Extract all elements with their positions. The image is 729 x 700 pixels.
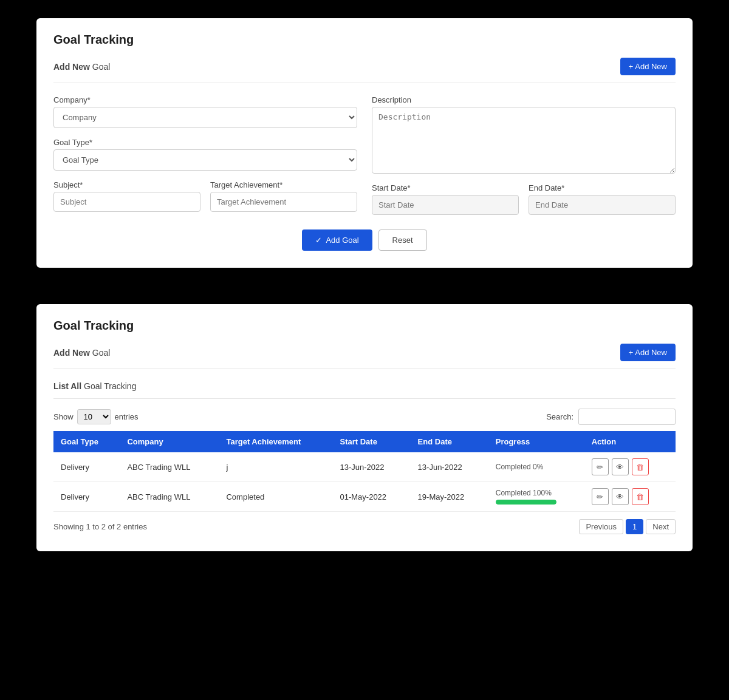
search-box: Search: [546, 409, 676, 425]
check-icon: ✓ [315, 236, 322, 245]
search-input[interactable] [578, 409, 676, 425]
cell-company: ABC Trading WLL [120, 452, 219, 482]
cell-start-date: 01-May-2022 [332, 482, 410, 512]
add-goal-button[interactable]: ✓ Add Goal [302, 229, 372, 251]
delete-button[interactable]: 🗑 [632, 458, 649, 475]
cell-target: j [219, 452, 332, 482]
start-date-group: Start Date* [372, 183, 519, 215]
cell-action: ✏ 👁 🗑 [584, 452, 676, 482]
page-1-button[interactable]: 1 [626, 519, 643, 534]
target-achievement-input[interactable] [210, 192, 357, 212]
col-progress: Progress [488, 431, 584, 452]
next-button[interactable]: Next [646, 519, 676, 534]
cell-end-date: 19-May-2022 [411, 482, 488, 512]
view-button[interactable]: 👁 [612, 488, 629, 505]
entries-select[interactable]: 10 25 50 100 [77, 409, 111, 424]
description-label: Description [372, 95, 676, 104]
view-button[interactable]: 👁 [612, 458, 629, 475]
col-company: Company [120, 431, 219, 452]
company-label: Company* [53, 95, 357, 104]
add-new-button-2[interactable]: + Add New [620, 344, 676, 361]
end-date-input[interactable] [529, 195, 676, 215]
cell-target: Completed [219, 482, 332, 512]
pagination: Previous 1 Next [579, 519, 676, 534]
showing-text: Showing 1 to 2 of 2 entries [53, 522, 147, 531]
table-row: Delivery ABC Trading WLL j 13-Jun-2022 1… [53, 452, 676, 482]
edit-button[interactable]: ✏ [592, 458, 609, 475]
goal-tracking-table: Goal Type Company Target Achievement Sta… [53, 431, 676, 512]
add-new-button-1[interactable]: + Add New [620, 58, 676, 75]
table-row: Delivery ABC Trading WLL Completed 01-Ma… [53, 482, 676, 512]
subject-input[interactable] [53, 192, 200, 212]
entries-label: entries [115, 412, 139, 421]
col-target: Target Achievement [219, 431, 332, 452]
show-entries-control: Show 10 25 50 100 entries [53, 409, 139, 424]
target-achievement-label: Target Achievement* [210, 180, 357, 189]
subject-label: Subject* [53, 180, 200, 189]
section2-header-label: Add New Goal [53, 348, 110, 358]
target-achievement-group: Target Achievement* [210, 180, 357, 212]
cell-action: ✏ 👁 🗑 [584, 482, 676, 512]
company-group: Company* Company [53, 95, 357, 128]
col-action: Action [584, 431, 676, 452]
reset-button[interactable]: Reset [378, 229, 427, 251]
cell-progress: Completed 100% [488, 482, 584, 512]
list-header: List All Goal Tracking [53, 381, 676, 399]
goal-type-select[interactable]: Goal Type [53, 149, 357, 171]
goal-type-group: Goal Type* Goal Type [53, 138, 357, 171]
subject-group: Subject* [53, 180, 200, 212]
goal-type-label: Goal Type* [53, 138, 357, 147]
prev-button[interactable]: Previous [579, 519, 623, 534]
start-date-input[interactable] [372, 195, 519, 215]
table-header-row: Goal Type Company Target Achievement Sta… [53, 431, 676, 452]
cell-goal-type: Delivery [53, 482, 120, 512]
search-label: Search: [546, 412, 573, 421]
company-select[interactable]: Company [53, 107, 357, 128]
end-date-group: End Date* [529, 183, 676, 215]
cell-company: ABC Trading WLL [120, 482, 219, 512]
section1-header-label: Add New Goal [53, 62, 110, 72]
delete-button[interactable]: 🗑 [632, 488, 649, 505]
description-group: Description [372, 95, 676, 174]
edit-button[interactable]: ✏ [592, 488, 609, 505]
page-title-1: Goal Tracking [53, 33, 676, 47]
cell-end-date: 13-Jun-2022 [411, 452, 488, 482]
end-date-label: End Date* [529, 183, 676, 192]
cell-goal-type: Delivery [53, 452, 120, 482]
page-title-2: Goal Tracking [53, 319, 676, 333]
show-label: Show [53, 412, 74, 421]
description-textarea[interactable] [372, 107, 676, 174]
col-start-date: Start Date [332, 431, 410, 452]
start-date-label: Start Date* [372, 183, 519, 192]
col-end-date: End Date [411, 431, 488, 452]
col-goal-type: Goal Type [53, 431, 120, 452]
cell-start-date: 13-Jun-2022 [332, 452, 410, 482]
cell-progress: Completed 0% [488, 452, 584, 482]
